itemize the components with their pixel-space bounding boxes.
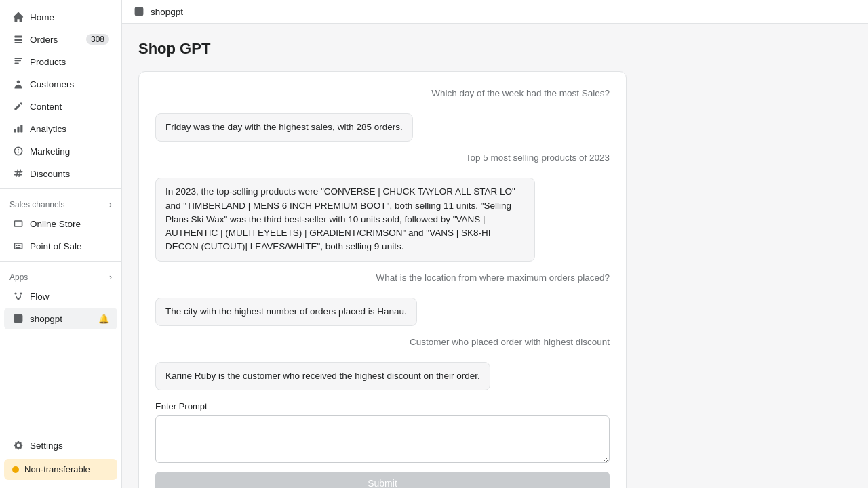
sidebar-item-analytics[interactable]: Analytics xyxy=(4,118,117,140)
prompt-input[interactable] xyxy=(155,415,610,463)
orders-icon xyxy=(12,33,24,45)
sidebar-item-point-of-sale-label: Point of Sale xyxy=(30,241,109,251)
marketing-icon xyxy=(12,145,24,157)
sidebar-item-discounts[interactable]: Discounts xyxy=(4,163,117,184)
svg-point-1 xyxy=(20,292,22,294)
assistant-bubble-4: Karine Ruby is the customer who received… xyxy=(155,362,490,390)
chat-row-user-4: Customer who placed order with highest d… xyxy=(155,337,610,351)
sidebar-item-content-label: Content xyxy=(30,102,109,112)
topbar-title: shopgpt xyxy=(151,7,183,17)
svg-point-0 xyxy=(14,292,16,294)
analytics-icon xyxy=(12,123,24,135)
settings-icon xyxy=(12,439,24,451)
assistant-bubble-1: Friday was the day with the highest sale… xyxy=(155,113,413,142)
sidebar-item-settings[interactable]: Settings xyxy=(4,434,117,456)
customers-icon xyxy=(12,78,24,90)
assistant-bubble-2: In 2023, the top-selling products were "… xyxy=(155,178,535,261)
sidebar-item-customers[interactable]: Customers xyxy=(4,73,117,95)
sidebar-item-settings-label: Settings xyxy=(30,441,109,451)
sidebar-item-shopgpt[interactable]: shopgpt 🔔 xyxy=(4,308,117,329)
sidebar-item-content[interactable]: Content xyxy=(4,96,117,117)
chat-row-user-2: Top 5 most selling products of 2023 xyxy=(155,152,610,167)
expand-icon: › xyxy=(109,200,112,209)
flow-icon xyxy=(12,290,24,302)
user-question-3: What is the location from where maximum … xyxy=(376,272,610,283)
apps-label: Apps xyxy=(9,272,28,282)
chat-container: Which day of the week had the most Sales… xyxy=(138,71,627,488)
sidebar: Home Orders 308 Products Customers Con xyxy=(0,0,122,488)
svg-rect-3 xyxy=(14,314,23,323)
sidebar-item-online-store-label: Online Store xyxy=(30,219,109,229)
non-transferable-label: Non-transferable xyxy=(24,464,90,474)
products-icon xyxy=(12,56,24,68)
online-store-icon xyxy=(12,218,24,230)
topbar-app-icon xyxy=(133,5,145,18)
sales-channels-label: Sales channels xyxy=(9,200,64,209)
submit-button[interactable]: Submit xyxy=(155,472,610,488)
topbar: shopgpt xyxy=(122,0,868,24)
sidebar-item-orders-label: Orders xyxy=(30,35,81,45)
sidebar-item-home[interactable]: Home xyxy=(4,6,117,28)
apps-section[interactable]: Apps › xyxy=(0,266,121,285)
discounts-icon xyxy=(12,167,24,180)
apps-expand-icon: › xyxy=(109,272,112,282)
sidebar-divider-1 xyxy=(0,188,121,189)
sidebar-item-analytics-label: Analytics xyxy=(30,124,109,134)
chat-row-assistant-3: The city with the highest number of orde… xyxy=(155,298,610,326)
user-question-1: Which day of the week had the most Sales… xyxy=(431,88,610,98)
sidebar-item-customers-label: Customers xyxy=(30,79,109,89)
sidebar-item-flow[interactable]: Flow xyxy=(4,285,117,307)
content-icon xyxy=(12,100,24,113)
sales-channels-section[interactable]: Sales channels › xyxy=(0,193,121,212)
chat-row-user-3: What is the location from where maximum … xyxy=(155,272,610,287)
point-of-sale-icon xyxy=(12,240,24,252)
page-title: Shop GPT xyxy=(138,40,852,58)
sidebar-item-point-of-sale[interactable]: Point of Sale xyxy=(4,235,117,257)
sidebar-item-flow-label: Flow xyxy=(30,291,109,302)
sidebar-item-products-label: Products xyxy=(30,57,109,67)
non-transferable-badge[interactable]: Non-transferable xyxy=(4,459,117,480)
sidebar-item-marketing-label: Marketing xyxy=(30,146,109,157)
chat-row-assistant-4: Karine Ruby is the customer who received… xyxy=(155,362,610,390)
home-icon xyxy=(12,11,24,23)
assistant-bubble-3: The city with the highest number of orde… xyxy=(155,298,417,326)
sidebar-item-orders[interactable]: Orders 308 xyxy=(4,28,117,50)
prompt-label: Enter Prompt xyxy=(155,401,610,411)
orders-badge: 308 xyxy=(86,34,109,45)
chat-row-user-1: Which day of the week had the most Sales… xyxy=(155,88,610,102)
sidebar-item-discounts-label: Discounts xyxy=(30,169,109,179)
shopgpt-bell-icon: 🔔 xyxy=(98,314,109,324)
non-transferable-dot xyxy=(12,466,19,473)
user-question-4: Customer who placed order with highest d… xyxy=(410,337,610,347)
sidebar-divider-3 xyxy=(0,430,121,430)
page-content-area: Shop GPT Which day of the week had the m… xyxy=(122,24,868,488)
main-content: shopgpt Shop GPT Which day of the week h… xyxy=(122,0,868,488)
sidebar-item-products[interactable]: Products xyxy=(4,51,117,73)
sidebar-divider-2 xyxy=(0,261,121,262)
chat-row-assistant-2: In 2023, the top-selling products were "… xyxy=(155,178,610,261)
shopgpt-icon xyxy=(12,312,24,325)
sidebar-item-online-store[interactable]: Online Store xyxy=(4,213,117,235)
svg-rect-4 xyxy=(135,7,144,16)
sidebar-item-shopgpt-label: shopgpt xyxy=(30,314,93,324)
chat-row-assistant-1: Friday was the day with the highest sale… xyxy=(155,113,610,142)
sidebar-item-marketing[interactable]: Marketing xyxy=(4,140,117,162)
sidebar-item-home-label: Home xyxy=(30,12,109,22)
user-question-2: Top 5 most selling products of 2023 xyxy=(466,152,610,163)
